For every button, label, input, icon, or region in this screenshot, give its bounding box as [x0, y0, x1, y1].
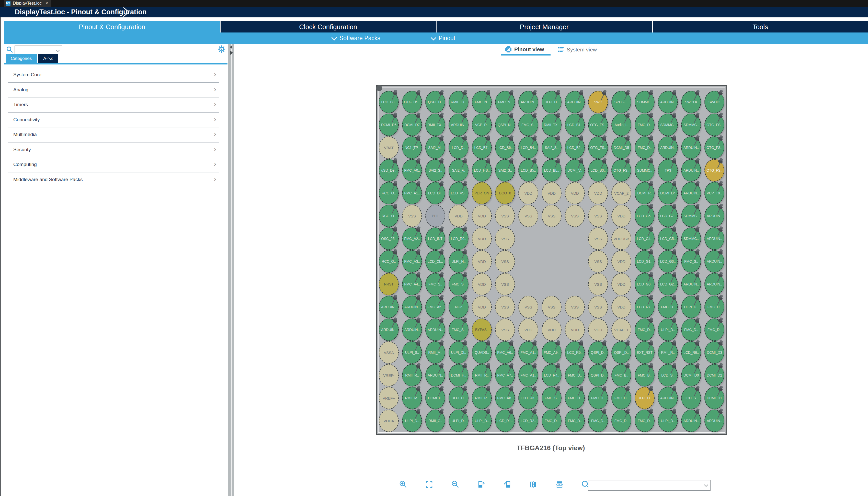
chip-pin[interactable]: LCD_CL..: [425, 250, 445, 273]
chip-pin[interactable]: LCD_R3..: [518, 387, 538, 409]
sidebar-search-combobox[interactable]: [15, 46, 62, 55]
chip-pin[interactable]: ARDUIN..: [402, 319, 422, 341]
chip-pin[interactable]: FMC_D..: [634, 136, 655, 159]
flip-horizontal-icon[interactable]: [529, 480, 538, 489]
chip-pin[interactable]: SAI2_S..: [495, 159, 515, 182]
chip-pin[interactable]: SPDIF_..: [611, 91, 631, 113]
chip-pin[interactable]: VDD: [472, 250, 492, 273]
chip-pin[interactable]: SAI2_F..: [449, 159, 468, 182]
sidebar-item-middleware-software-packs[interactable]: Middleware and Software Packs›: [8, 172, 219, 187]
chip-pin[interactable]: RMII_R..: [658, 341, 678, 364]
chip-pin[interactable]: LCD_INT: [425, 228, 445, 250]
chip-pin[interactable]: VSS: [565, 205, 585, 227]
tab-pinout-view[interactable]: Pinout view: [505, 46, 544, 53]
chip-pin[interactable]: SAI2_S..: [542, 136, 562, 159]
chip-pin[interactable]: RMII_TX..: [542, 113, 562, 136]
chip-pin[interactable]: FMC_A1..: [518, 341, 538, 364]
chip-pin[interactable]: LCD_R0..: [449, 228, 468, 250]
chip-pin[interactable]: RMII_R..: [402, 364, 422, 387]
chip-pin[interactable]: DCMI_P..: [425, 387, 445, 409]
chip-pin[interactable]: VSS: [495, 273, 515, 295]
chip-pin[interactable]: NC2: [449, 296, 468, 318]
chip-pin[interactable]: FMC_D..: [611, 409, 631, 432]
chip-pin[interactable]: QSPI_D..: [588, 341, 608, 364]
chip-pin[interactable]: ARDUIN..: [658, 387, 678, 409]
chip-pin[interactable]: ARDUIN..: [704, 228, 724, 250]
chip-pin[interactable]: LCD_D..: [449, 136, 468, 159]
chip-pin[interactable]: VDD: [611, 296, 631, 318]
chip-pin[interactable]: QUADS..: [472, 341, 492, 364]
chip-pin[interactable]: BOOT0: [495, 182, 515, 204]
chip-pin[interactable]: VREF+: [379, 387, 399, 409]
chip-pin[interactable]: ULPI_D..: [542, 91, 562, 113]
chip-pin[interactable]: RMII_C..: [425, 409, 445, 432]
chip-pin[interactable]: VSS: [565, 296, 585, 318]
chip-pin[interactable]: FMC_D..: [565, 364, 585, 387]
expand-right-icon[interactable]: [230, 50, 233, 55]
chip-pin[interactable]: OTG_FS..: [704, 113, 724, 136]
chip-pin[interactable]: RMII_M..: [425, 341, 445, 364]
file-tab[interactable]: MX DisplayTest.ioc ×: [4, 0, 51, 7]
chip-pin[interactable]: FMC_B..: [634, 364, 655, 387]
chip-pin[interactable]: LCD_R5..: [565, 341, 585, 364]
chip-pin[interactable]: OTG_HS..: [402, 91, 422, 113]
chip-pin[interactable]: DCMI_D6: [379, 113, 399, 136]
zoom-in-icon[interactable]: [399, 480, 407, 489]
sidebar-item-analog[interactable]: Analog›: [8, 83, 219, 98]
chip-pin[interactable]: VDD: [542, 182, 562, 204]
chip-pin[interactable]: RCC_O..: [379, 250, 399, 273]
chip-pin[interactable]: ARDUIN..: [704, 250, 724, 273]
chip-pin[interactable]: ARDUIN..: [658, 136, 678, 159]
chip-pin[interactable]: ARDUIN..: [681, 182, 701, 204]
chip-pin[interactable]: VSS: [495, 228, 515, 250]
chip-pin[interactable]: ARDUIN..: [681, 159, 701, 182]
chip-pin[interactable]: Audio_I..: [611, 113, 631, 136]
chip-pin[interactable]: FMC_S..: [542, 387, 562, 409]
chip-pin[interactable]: LCD_B0..: [379, 91, 399, 113]
chip-pin[interactable]: FMC_A0..: [402, 159, 422, 182]
chip-pin[interactable]: ARDUIN..: [425, 364, 445, 387]
chip-pin[interactable]: FMC_S..: [518, 113, 538, 136]
chip-pin[interactable]: ULPI_D..: [402, 409, 422, 432]
chip-pin[interactable]: FMC_A8..: [495, 387, 515, 409]
chip-pin[interactable]: FMC_D..: [634, 319, 655, 341]
sidebar-item-security[interactable]: Security›: [8, 142, 219, 158]
chip-pin[interactable]: LCD_DI..: [425, 182, 445, 204]
chip-pin[interactable]: ULPI_D..: [449, 409, 468, 432]
chip-pin[interactable]: VSS: [495, 250, 515, 273]
chip-pin[interactable]: QSPI_D..: [588, 364, 608, 387]
chip-pin[interactable]: ULPI_D..: [658, 409, 678, 432]
chip-pin[interactable]: VSS: [542, 205, 562, 227]
chip-pin[interactable]: ARDUIN..: [379, 319, 399, 341]
chip-pin[interactable]: OSC_25..: [379, 228, 399, 250]
chip-pin[interactable]: OTG_FS..: [588, 113, 608, 136]
sidebar-item-timers[interactable]: Timers›: [8, 97, 219, 112]
dropdown-software-packs[interactable]: Software Packs: [332, 32, 380, 44]
chip-pin[interactable]: VDD: [565, 182, 585, 204]
chip-pin[interactable]: LCD_B1..: [565, 113, 585, 136]
chip-pin[interactable]: RCC_O..: [379, 182, 399, 204]
chip-pin[interactable]: RMII_R..: [472, 387, 492, 409]
sidebar-item-system-core[interactable]: System Core›: [8, 67, 219, 83]
chip-pin[interactable]: VSS: [588, 205, 608, 227]
chip-pin[interactable]: LCD_G3..: [658, 250, 678, 273]
chip-pin[interactable]: LCD_G7..: [658, 205, 678, 227]
chip-pin[interactable]: SAI2_M..: [425, 136, 445, 159]
chip-pin[interactable]: VDDUSB: [611, 228, 631, 250]
chip-pin[interactable]: DCMI_V..: [565, 159, 585, 182]
sidebar-item-computing[interactable]: Computing›: [8, 157, 219, 172]
chip-pin[interactable]: FMC_A1..: [518, 364, 538, 387]
chip-pin[interactable]: OTG_FS..: [611, 159, 631, 182]
chip-pin[interactable]: VDD: [472, 296, 492, 318]
chip-pin[interactable]: SAI2_S..: [425, 159, 445, 182]
chip-pin[interactable]: ARDUIN..: [449, 113, 468, 136]
chip-pin[interactable]: QSPI_D..: [425, 91, 445, 113]
close-tab-icon[interactable]: ×: [46, 1, 48, 6]
chip-pin[interactable]: VDD: [472, 205, 492, 227]
chip-pin[interactable]: ARDUIN..: [518, 91, 538, 113]
chip-pin[interactable]: ARDUIN..: [704, 273, 724, 295]
chip-pin[interactable]: DCMI_D3: [704, 341, 724, 364]
chip-pin[interactable]: LCD_G6..: [634, 205, 655, 227]
tab-system-view[interactable]: System view: [558, 46, 597, 53]
chip-pin[interactable]: VSS: [495, 296, 515, 318]
